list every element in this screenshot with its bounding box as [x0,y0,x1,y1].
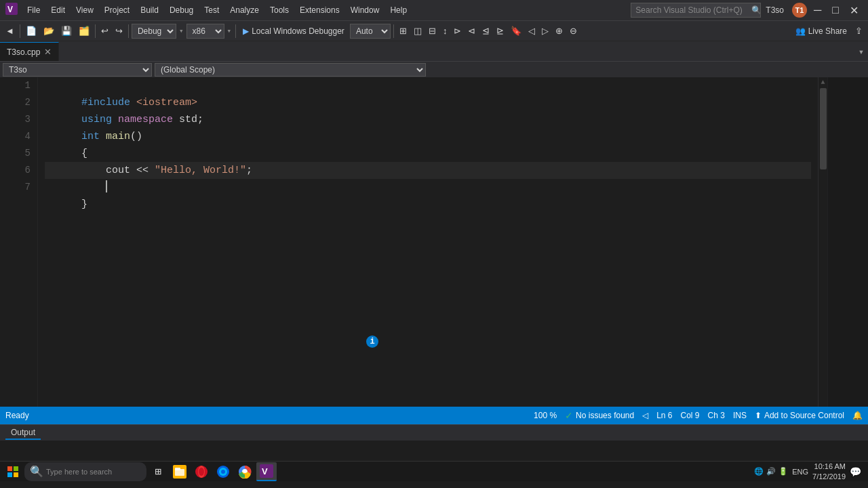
toolbar-share-icon[interactable]: ⇪ [852,23,865,39]
scope-left-dropdown[interactable]: T3so [3,63,152,77]
code-editor[interactable]: #include <iostream> using namespace std;… [38,77,818,407]
ins-status[interactable]: INS [733,411,747,420]
notification-center[interactable]: 💬 [850,466,861,477]
line-num-6: 6 [0,162,31,179]
date-display: 7/12/2019 [812,472,846,481]
taskbar-search[interactable]: 🔍 Type here to search [24,462,146,481]
code-line-1[interactable]: #include <iostream> [45,77,811,94]
taskbar-firefox[interactable] [213,462,233,481]
ch-label: Ch 3 [708,411,725,420]
status-left: Ready [5,411,526,420]
menu-window[interactable]: Window [345,3,385,18]
menu-help[interactable]: Help [384,3,412,18]
ch-status[interactable]: Ch 3 [708,411,725,420]
toolbar-icon1[interactable]: ⊞ [397,23,410,39]
menu-edit[interactable]: Edit [45,3,71,18]
toolbar-icon10[interactable]: ◁ [526,23,538,39]
clock[interactable]: 10:16 AM 7/12/2019 [812,462,846,481]
battery-icon[interactable]: 🔋 [778,467,788,476]
menu-file[interactable]: File [22,3,45,18]
tab-close-button[interactable]: ✕ [44,47,52,56]
code-line-4[interactable]: { [45,128,811,145]
scope-right-dropdown[interactable]: (Global Scope) [155,63,426,77]
menu-debug[interactable]: Debug [164,3,199,18]
platform-dropdown[interactable]: x86 [186,24,224,39]
toolbar-icon4[interactable]: ↕ [440,23,450,39]
scroll-indicator: ◁ [642,411,648,420]
zoom-status[interactable]: 100 % [534,411,557,420]
toolbar-saveall[interactable]: 🗂️ [76,23,92,39]
config-dropdown[interactable]: Debug [132,24,176,39]
scroll-up-arrow[interactable]: ▲ [818,77,828,87]
close-button[interactable]: ✕ [846,0,863,20]
volume-icon[interactable]: 🔊 [766,467,776,476]
ins-label: INS [733,411,747,420]
ready-status: Ready [5,411,29,420]
toolbar-icon11[interactable]: ▷ [539,23,551,39]
code-line-7[interactable]: } [45,179,811,196]
time-display: 10:16 AM [812,462,846,471]
menu-view[interactable]: View [71,3,99,18]
col-status[interactable]: Col 9 [681,411,700,420]
menu-extensions[interactable]: Extensions [294,3,345,18]
taskbar-right: 🌐 🔊 🔋 ENG 10:16 AM 7/12/2019 💬 [750,462,865,481]
maximize-button[interactable]: □ [828,0,843,20]
ln-status[interactable]: Ln 6 [656,411,672,420]
menu-tools[interactable]: Tools [264,3,294,18]
network-icon[interactable]: 🌐 [754,467,764,476]
menu-test[interactable]: Test [199,3,224,18]
language-indicator[interactable]: ENG [792,468,808,476]
search-input[interactable] [631,3,761,18]
toolbar-new[interactable]: 📄 [23,23,39,39]
info-indicator[interactable]: i [366,336,378,348]
svg-point-14 [221,470,225,474]
output-tab[interactable]: Output [5,426,41,440]
separator4 [235,24,236,38]
separator3 [128,24,129,38]
title-right: T3so T1 ─ □ ✕ [766,0,863,20]
line-num-4: 4 [0,128,31,145]
no-issues-status[interactable]: ✓ No issues found [565,410,634,421]
menu-analyze[interactable]: Analyze [224,3,264,18]
avatar[interactable]: T1 [792,3,807,18]
toolbar-icon3[interactable]: ⊟ [426,23,439,39]
toolbar-undo[interactable]: ↩ [98,23,111,39]
vs-logo: V [5,3,18,18]
toolbar-save[interactable]: 💾 [58,23,75,39]
toolbar-icon5[interactable]: ⊳ [451,23,464,39]
vertical-scrollbar[interactable]: ▲ [818,77,827,407]
toolbar-icon9[interactable]: 🔖 [508,23,524,39]
toolbar-open[interactable]: 📂 [41,23,57,39]
tab-overflow[interactable]: ▾ [854,42,868,61]
menu-project[interactable]: Project [99,3,135,18]
run-config-dropdown[interactable]: Auto [350,24,391,39]
toolbar-icon2[interactable]: ◫ [411,23,425,39]
minimize-button[interactable]: ─ [810,0,825,20]
task-view-button[interactable]: ⊞ [148,462,168,481]
start-button[interactable] [3,463,23,481]
taskbar-opera[interactable] [191,462,212,481]
toolbar-redo[interactable]: ↪ [113,23,125,39]
live-share-icon: 👥 [795,26,806,36]
scroll-thumb[interactable] [820,88,827,169]
tab-active[interactable]: T3so.cpp ✕ [0,42,59,61]
line-num-1: 1 [0,77,31,94]
notifications-icon[interactable]: 🔔 [852,411,863,420]
code-line-5[interactable]: cout << "Hello, World!"; [45,145,811,162]
toolbar-icon13[interactable]: ⊖ [567,23,580,39]
taskbar-chrome[interactable] [235,462,255,481]
taskbar-vs[interactable]: V [256,462,277,481]
toolbar-icon7[interactable]: ⊴ [479,23,492,39]
source-control-button[interactable]: ⬆ Add to Source Control [755,411,844,420]
tab-bar: T3so.cpp ✕ ▾ [0,41,868,61]
toolbar-icon8[interactable]: ⊵ [494,23,507,39]
live-share-button[interactable]: 👥 Live Share [791,23,851,39]
toolbar-icon6[interactable]: ⊲ [465,23,478,39]
toolbar-icon12[interactable]: ⊕ [553,23,566,39]
menu-build[interactable]: Build [135,3,164,18]
project-name: T3so [766,5,784,15]
toolbar-back[interactable]: ◄ [3,23,17,39]
run-button[interactable]: ▶ Local Windows Debugger [239,23,349,39]
taskbar-explorer[interactable] [170,462,190,481]
taskbar-search-label: Type here to search [46,468,112,476]
